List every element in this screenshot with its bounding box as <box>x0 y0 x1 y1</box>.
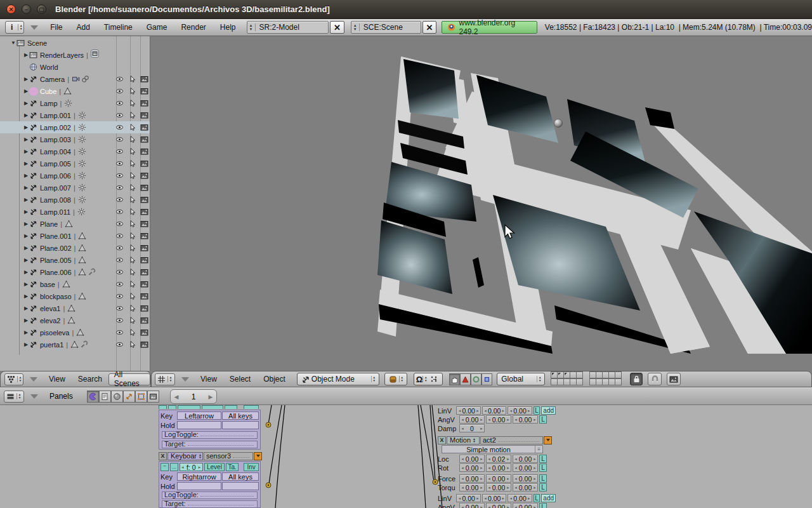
value-field[interactable]: ◂0.00▸ <box>486 464 511 472</box>
value-field[interactable]: ◂0.00▸ <box>513 415 538 424</box>
triangle-closed-icon[interactable]: ▶ <box>23 318 29 323</box>
local-toggle-button[interactable]: L <box>534 494 540 502</box>
restrict-render-toggle[interactable] <box>140 196 148 204</box>
restrict-select-toggle[interactable] <box>128 232 136 240</box>
restrict-render-toggle[interactable] <box>140 208 148 216</box>
shading-context-button[interactable] <box>111 391 123 403</box>
outliner-item-cube[interactable]: ▶Cube| <box>0 85 150 97</box>
value-field[interactable]: ◂0.00▸ <box>459 483 485 491</box>
actuator-name-field[interactable]: act2 <box>480 436 543 444</box>
restrict-view-toggle[interactable] <box>115 123 124 131</box>
restrict-view-toggle[interactable] <box>115 292 124 300</box>
outliner-item-lamp-006[interactable]: ▶Lamp.006| <box>0 170 150 182</box>
panels-menu[interactable]: Panels <box>43 392 79 401</box>
restrict-view-toggle[interactable] <box>115 304 124 312</box>
local-toggle-button[interactable]: L <box>539 503 547 508</box>
value-field[interactable]: ◂0.00▸ <box>456 406 480 415</box>
hold-key2-button[interactable] <box>222 482 259 490</box>
outliner-item-lamp-005[interactable]: ▶Lamp.005| <box>0 157 150 170</box>
delete-actuator-button[interactable]: X <box>438 436 446 444</box>
triangle-closed-icon[interactable]: ▶ <box>23 293 29 299</box>
outliner-item-plane-001[interactable]: ▶Plane.001| <box>0 230 150 242</box>
triangle-closed-icon[interactable]: ▶ <box>23 330 29 335</box>
restrict-view-toggle[interactable] <box>115 280 124 288</box>
collapse-menu-icon[interactable] <box>30 394 38 399</box>
script-context-button[interactable] <box>99 391 111 403</box>
triangle-closed-icon[interactable]: ▶ <box>23 245 29 251</box>
frequency-field[interactable]: ◂f: 0▸ <box>180 463 203 471</box>
outliner-item-renderlayers[interactable]: ▶ RenderLayers| <box>0 49 150 61</box>
restrict-view-toggle[interactable] <box>115 184 124 192</box>
restrict-select-toggle[interactable] <box>128 159 136 168</box>
restrict-view-toggle[interactable] <box>115 256 124 264</box>
scene-selector[interactable]: ▲▼ SCE:Scene <box>351 21 421 34</box>
restrict-select-toggle[interactable] <box>128 244 136 252</box>
restrict-select-toggle[interactable] <box>128 135 136 144</box>
snap-button[interactable] <box>648 373 662 385</box>
key-binding-button[interactable]: Rightarrow <box>177 472 221 481</box>
maximize-button[interactable]: ▢ <box>37 4 46 14</box>
value-field[interactable]: ◂0.00▸ <box>486 483 511 491</box>
frame-next-icon[interactable]: ▶ <box>205 394 216 400</box>
restrict-select-toggle[interactable] <box>128 328 136 337</box>
editor-type-buttons[interactable]: ▲▼ <box>4 391 24 403</box>
triangle-closed-icon[interactable]: ▶ <box>23 149 29 154</box>
triangle-closed-icon[interactable]: ▶ <box>23 233 29 239</box>
collapse-menu-icon[interactable] <box>30 25 38 30</box>
hold-key-button[interactable] <box>177 482 221 490</box>
restrict-render-toggle[interactable] <box>140 256 148 264</box>
motion-mode-dropdown[interactable]: Simple motion ≡ <box>442 445 543 453</box>
restrict-view-toggle[interactable] <box>115 220 124 228</box>
restrict-select-toggle[interactable] <box>128 111 136 119</box>
value-field[interactable]: ◂0.00▸ <box>459 474 485 483</box>
outliner-item-plane-002[interactable]: ▶Plane.002| <box>0 242 150 254</box>
triangle-open-icon[interactable]: ▼ <box>10 40 16 46</box>
triangle-closed-icon[interactable]: ▶ <box>23 342 29 347</box>
menu-add[interactable]: Add <box>70 23 97 32</box>
editor-type-outliner[interactable]: ▲▼ <box>4 373 23 385</box>
restrict-view-toggle[interactable] <box>115 208 124 216</box>
manipulator-scale-button[interactable] <box>471 373 481 385</box>
invert-button[interactable]: Inv <box>244 463 259 471</box>
triangle-closed-icon[interactable]: ▶ <box>23 221 29 227</box>
restrict-render-toggle[interactable] <box>140 292 148 300</box>
restrict-render-toggle[interactable] <box>140 159 148 168</box>
scene-delete-button[interactable]: ✕ <box>422 21 437 34</box>
restrict-view-toggle[interactable] <box>115 87 124 95</box>
triangle-closed-icon[interactable]: ▶ <box>23 173 29 178</box>
mode-dropdown[interactable]: Object Mode ▲▼ <box>297 373 379 385</box>
value-field[interactable]: ◂0.00▸ <box>482 406 506 415</box>
restrict-select-toggle[interactable] <box>128 304 136 312</box>
manipulator-combo-button[interactable] <box>481 373 492 385</box>
outliner-scope-dropdown[interactable]: All Scenes <box>108 373 150 385</box>
local-toggle-button[interactable]: L <box>539 483 547 491</box>
pulse-false-button[interactable]: ... <box>170 463 178 471</box>
pivot-dropdown[interactable]: Ω ▲▼ <box>414 373 443 385</box>
local-toggle-button[interactable]: L <box>539 474 547 483</box>
value-field[interactable]: ◂0.00▸ <box>513 455 538 463</box>
restrict-view-toggle[interactable] <box>115 171 124 180</box>
select-menu[interactable]: Select <box>223 375 257 384</box>
local-toggle-button[interactable]: L <box>539 415 547 424</box>
hold-key2-button[interactable] <box>222 421 259 429</box>
collapse-actuator-button[interactable] <box>544 436 552 444</box>
outliner-item-pisoeleva[interactable]: ▶pisoeleva| <box>0 326 150 338</box>
restrict-view-toggle[interactable] <box>115 159 124 168</box>
triangle-closed-icon[interactable]: ▶ <box>23 100 29 106</box>
restrict-render-toggle[interactable] <box>140 135 148 144</box>
add-toggle-button[interactable]: add <box>541 406 556 415</box>
value-field[interactable]: ◂0.00▸ <box>456 494 480 502</box>
triangle-closed-icon[interactable]: ▶ <box>23 137 29 142</box>
render-context-button[interactable] <box>147 391 159 403</box>
restrict-render-toggle[interactable] <box>140 328 148 337</box>
triangle-closed-icon[interactable]: ▶ <box>23 269 29 275</box>
outliner-item-lamp-002[interactable]: ▶Lamp.002| <box>0 121 150 133</box>
triangle-closed-icon[interactable]: ▶ <box>23 281 29 287</box>
editor-type-3dview[interactable]: ▲▼ <box>155 373 175 385</box>
restrict-render-toggle[interactable] <box>140 171 148 180</box>
orientation-dropdown[interactable]: Global ▲▼ <box>497 373 545 385</box>
restrict-render-toggle[interactable] <box>140 111 148 119</box>
restrict-select-toggle[interactable] <box>128 75 136 83</box>
restrict-select-toggle[interactable] <box>128 196 136 204</box>
restrict-select-toggle[interactable] <box>128 220 136 228</box>
